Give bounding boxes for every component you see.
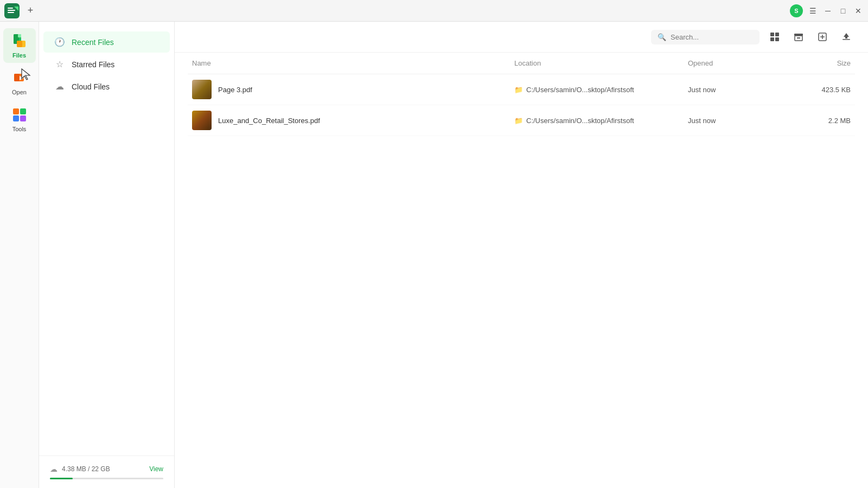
cloud-icon: ☁	[54, 81, 65, 92]
folder-icon: 📁	[514, 86, 523, 94]
sidebar-item-cloud[interactable]: ☁ Cloud Files	[43, 76, 170, 97]
table-row[interactable]: Page 3.pdf 📁 C:/Users/samin/O...sktop/Af…	[188, 74, 855, 105]
file-list: Name Location Opened Size Page 3.pdf 📁 C…	[175, 53, 868, 488]
header-location: Location	[514, 59, 688, 67]
file-name: Luxe_and_Co_Retail_Stores.pdf	[218, 117, 320, 125]
file-location: 📁 C:/Users/samin/O...sktop/Afirstsoft	[514, 86, 688, 94]
files-icon	[11, 33, 28, 50]
tools-icon	[11, 106, 28, 124]
recent-icon: 🕐	[54, 37, 65, 47]
icon-rail: Files Open Tools	[0, 22, 39, 488]
window-controls: S ☰ ─ □ ✕	[790, 4, 864, 17]
sidebar-nav: 🕐 Recent Files ☆ Starred Files ☁ Cloud F…	[39, 22, 174, 455]
new-tab-button[interactable]: +	[23, 3, 38, 18]
storage-bar	[50, 478, 163, 479]
svg-rect-11	[14, 74, 20, 81]
file-location-text: C:/Users/samin/O...sktop/Afirstsoft	[526, 86, 634, 94]
header-size: Size	[786, 59, 851, 67]
sidebar-footer: ☁ 4.38 MB / 22 GB View	[39, 455, 174, 488]
svg-rect-23	[797, 37, 800, 38]
toolbar: 🔍	[175, 22, 868, 53]
grid-view-button[interactable]	[766, 28, 783, 46]
app-body: Files Open Tools	[0, 22, 868, 488]
grid-icon	[770, 32, 780, 42]
svg-rect-16	[20, 115, 26, 121]
svg-rect-14	[20, 108, 26, 114]
file-size: 2.2 MB	[786, 117, 851, 125]
rail-item-files[interactable]: Files	[3, 28, 36, 63]
upload-icon	[841, 32, 851, 42]
file-location-text: C:/Users/samin/O...sktop/Afirstsoft	[526, 117, 634, 125]
search-input[interactable]	[671, 33, 753, 41]
minimize-button[interactable]: ─	[822, 5, 833, 16]
add-icon	[818, 32, 827, 42]
storage-view-button[interactable]: View	[149, 465, 163, 473]
storage-info: ☁ 4.38 MB / 22 GB View	[50, 465, 163, 473]
svg-rect-7	[18, 34, 21, 37]
rail-item-open[interactable]: Open	[3, 65, 36, 100]
file-thumbnail	[192, 80, 212, 99]
sidebar: 🕐 Recent Files ☆ Starred Files ☁ Cloud F…	[39, 22, 175, 488]
sidebar-item-starred[interactable]: ☆ Starred Files	[43, 54, 170, 75]
user-avatar[interactable]: S	[790, 4, 803, 17]
upload-button[interactable]	[838, 28, 855, 46]
svg-rect-1	[8, 8, 13, 9]
svg-marker-28	[844, 33, 849, 38]
starred-icon: ☆	[54, 59, 65, 69]
sidebar-cloud-label: Cloud Files	[72, 82, 110, 91]
sidebar-starred-label: Starred Files	[72, 60, 114, 69]
svg-rect-20	[775, 37, 779, 41]
app-logo	[4, 3, 20, 18]
table-row[interactable]: Luxe_and_Co_Retail_Stores.pdf 📁 C:/Users…	[188, 105, 855, 136]
titlebar: + S ☰ ─ □ ✕	[0, 0, 868, 22]
file-thumbnail	[192, 111, 212, 130]
storage-icon: ☁	[50, 465, 58, 473]
svg-rect-27	[843, 39, 850, 40]
open-icon	[11, 69, 28, 87]
folder-icon: 📁	[514, 117, 523, 125]
file-name-cell: Luxe_and_Co_Retail_Stores.pdf	[192, 111, 514, 130]
svg-rect-9	[17, 41, 22, 47]
add-file-button[interactable]	[814, 28, 831, 46]
sidebar-recent-label: Recent Files	[72, 38, 114, 47]
menu-button[interactable]: ☰	[807, 5, 818, 16]
header-opened: Opened	[688, 59, 786, 67]
archive-icon	[794, 32, 803, 42]
archive-button[interactable]	[790, 28, 807, 46]
rail-item-tools[interactable]: Tools	[3, 102, 36, 137]
storage-bar-fill	[50, 478, 73, 479]
svg-rect-15	[13, 115, 19, 121]
svg-rect-13	[13, 108, 19, 114]
header-name: Name	[192, 59, 514, 67]
search-icon: 🔍	[658, 33, 666, 41]
svg-rect-3	[8, 12, 14, 13]
storage-text: 4.38 MB / 22 GB	[62, 465, 110, 473]
close-button[interactable]: ✕	[853, 5, 864, 16]
sidebar-item-recent[interactable]: 🕐 Recent Files	[43, 31, 170, 53]
file-name-cell: Page 3.pdf	[192, 80, 514, 99]
file-size: 423.5 KB	[786, 86, 851, 94]
svg-rect-26	[820, 36, 825, 37]
file-location: 📁 C:/Users/samin/O...sktop/Afirstsoft	[514, 117, 688, 125]
rail-open-label: Open	[12, 89, 27, 95]
rail-tools-label: Tools	[12, 126, 27, 132]
file-name: Page 3.pdf	[218, 86, 252, 94]
rail-files-label: Files	[12, 52, 26, 59]
search-box[interactable]: 🔍	[651, 30, 760, 44]
maximize-button[interactable]: □	[838, 5, 848, 16]
svg-rect-19	[770, 37, 774, 41]
main-content: 🔍	[175, 22, 868, 488]
svg-rect-18	[775, 33, 779, 36]
file-opened: Just now	[688, 117, 786, 125]
svg-rect-2	[8, 10, 15, 11]
file-opened: Just now	[688, 86, 786, 94]
file-list-header: Name Location Opened Size	[188, 53, 855, 74]
svg-rect-17	[770, 33, 774, 36]
